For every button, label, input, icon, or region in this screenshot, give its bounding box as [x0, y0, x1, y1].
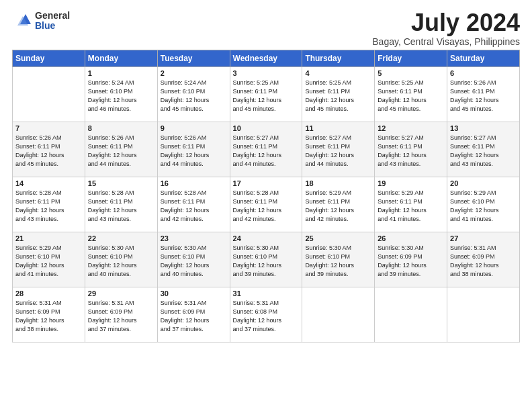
calendar-cell: 2Sunrise: 5:24 AM Sunset: 6:10 PM Daylig…	[157, 67, 230, 122]
day-detail: Sunrise: 5:28 AM Sunset: 6:11 PM Dayligh…	[233, 189, 300, 224]
day-number: 17	[233, 179, 300, 187]
day-detail: Sunrise: 5:25 AM Sunset: 6:11 PM Dayligh…	[305, 79, 371, 113]
day-number: 14	[15, 179, 82, 187]
calendar-cell: 3Sunrise: 5:25 AM Sunset: 6:11 PM Daylig…	[230, 67, 302, 122]
day-detail: Sunrise: 5:30 AM Sunset: 6:10 PM Dayligh…	[305, 244, 371, 279]
day-number: 5	[378, 69, 444, 77]
day-detail: Sunrise: 5:31 AM Sunset: 6:09 PM Dayligh…	[450, 244, 517, 279]
logo-icon	[12, 11, 32, 31]
calendar-week-row: 14Sunrise: 5:28 AM Sunset: 6:11 PM Dayli…	[13, 177, 520, 232]
day-number: 30	[161, 289, 227, 298]
day-number: 27	[450, 234, 517, 242]
day-detail: Sunrise: 5:28 AM Sunset: 6:11 PM Dayligh…	[161, 189, 227, 224]
calendar-cell: 12Sunrise: 5:27 AM Sunset: 6:11 PM Dayli…	[375, 122, 447, 177]
day-number: 18	[305, 179, 371, 187]
calendar-cell: 4Sunrise: 5:25 AM Sunset: 6:11 PM Daylig…	[302, 67, 375, 122]
day-number: 21	[15, 234, 82, 242]
calendar-page: General Blue July 2024 Bagay, Central Vi…	[0, 0, 532, 349]
day-number: 1	[88, 69, 154, 77]
day-detail: Sunrise: 5:27 AM Sunset: 6:11 PM Dayligh…	[305, 134, 371, 169]
day-detail: Sunrise: 5:26 AM Sunset: 6:11 PM Dayligh…	[15, 134, 82, 169]
day-number: 25	[305, 234, 371, 242]
day-detail: Sunrise: 5:31 AM Sunset: 6:09 PM Dayligh…	[15, 299, 82, 334]
logo-general-text: General	[35, 11, 70, 21]
calendar-week-row: 7Sunrise: 5:26 AM Sunset: 6:11 PM Daylig…	[13, 122, 520, 177]
calendar-cell: 28Sunrise: 5:31 AM Sunset: 6:09 PM Dayli…	[13, 287, 85, 342]
day-number: 4	[305, 69, 371, 77]
day-number: 24	[233, 234, 300, 242]
calendar-cell: 24Sunrise: 5:30 AM Sunset: 6:10 PM Dayli…	[230, 232, 302, 287]
day-detail: Sunrise: 5:31 AM Sunset: 6:09 PM Dayligh…	[161, 299, 227, 334]
calendar-cell	[13, 67, 85, 122]
day-number: 10	[233, 124, 300, 132]
day-detail: Sunrise: 5:30 AM Sunset: 6:09 PM Dayligh…	[378, 244, 444, 279]
day-detail: Sunrise: 5:31 AM Sunset: 6:08 PM Dayligh…	[233, 299, 300, 334]
calendar-cell: 16Sunrise: 5:28 AM Sunset: 6:11 PM Dayli…	[157, 177, 230, 232]
logo-text: General Blue	[35, 11, 70, 32]
weekday-header: Monday	[85, 50, 157, 67]
calendar-week-row: 28Sunrise: 5:31 AM Sunset: 6:09 PM Dayli…	[13, 287, 520, 342]
weekday-header: Wednesday	[230, 50, 302, 67]
calendar-table: SundayMondayTuesdayWednesdayThursdayFrid…	[12, 50, 520, 342]
logo: General Blue	[12, 11, 70, 32]
day-number: 13	[450, 124, 517, 132]
day-number: 3	[233, 69, 300, 77]
day-detail: Sunrise: 5:24 AM Sunset: 6:10 PM Dayligh…	[161, 79, 227, 113]
day-number: 2	[161, 69, 227, 77]
day-number: 23	[161, 234, 227, 242]
day-number: 29	[88, 289, 154, 298]
day-number: 8	[88, 124, 154, 132]
day-detail: Sunrise: 5:28 AM Sunset: 6:11 PM Dayligh…	[88, 189, 154, 224]
day-detail: Sunrise: 5:25 AM Sunset: 6:11 PM Dayligh…	[378, 79, 444, 113]
calendar-cell: 13Sunrise: 5:27 AM Sunset: 6:11 PM Dayli…	[447, 122, 520, 177]
calendar-cell	[302, 287, 375, 342]
logo-blue-text: Blue	[35, 21, 70, 31]
day-detail: Sunrise: 5:27 AM Sunset: 6:11 PM Dayligh…	[450, 134, 517, 169]
calendar-cell: 18Sunrise: 5:29 AM Sunset: 6:11 PM Dayli…	[302, 177, 375, 232]
header-row: SundayMondayTuesdayWednesdayThursdayFrid…	[13, 50, 520, 67]
day-number: 15	[88, 179, 154, 187]
day-detail: Sunrise: 5:25 AM Sunset: 6:11 PM Dayligh…	[233, 79, 300, 113]
calendar-cell: 23Sunrise: 5:30 AM Sunset: 6:10 PM Dayli…	[157, 232, 230, 287]
day-detail: Sunrise: 5:26 AM Sunset: 6:11 PM Dayligh…	[161, 134, 227, 169]
day-number: 20	[450, 179, 517, 187]
calendar-cell: 5Sunrise: 5:25 AM Sunset: 6:11 PM Daylig…	[375, 67, 447, 122]
calendar-cell: 31Sunrise: 5:31 AM Sunset: 6:08 PM Dayli…	[230, 287, 302, 342]
day-detail: Sunrise: 5:26 AM Sunset: 6:11 PM Dayligh…	[450, 79, 517, 113]
day-number: 6	[450, 69, 517, 77]
day-detail: Sunrise: 5:30 AM Sunset: 6:10 PM Dayligh…	[233, 244, 300, 279]
day-detail: Sunrise: 5:30 AM Sunset: 6:10 PM Dayligh…	[88, 244, 154, 279]
weekday-header: Tuesday	[157, 50, 230, 67]
weekday-header: Saturday	[447, 50, 520, 67]
weekday-header: Friday	[375, 50, 447, 67]
calendar-cell: 15Sunrise: 5:28 AM Sunset: 6:11 PM Dayli…	[85, 177, 157, 232]
day-detail: Sunrise: 5:26 AM Sunset: 6:11 PM Dayligh…	[88, 134, 154, 169]
calendar-cell: 22Sunrise: 5:30 AM Sunset: 6:10 PM Dayli…	[85, 232, 157, 287]
day-detail: Sunrise: 5:29 AM Sunset: 6:11 PM Dayligh…	[305, 189, 371, 224]
calendar-week-row: 21Sunrise: 5:29 AM Sunset: 6:10 PM Dayli…	[13, 232, 520, 287]
calendar-cell: 25Sunrise: 5:30 AM Sunset: 6:10 PM Dayli…	[302, 232, 375, 287]
calendar-cell: 26Sunrise: 5:30 AM Sunset: 6:09 PM Dayli…	[375, 232, 447, 287]
day-detail: Sunrise: 5:27 AM Sunset: 6:11 PM Dayligh…	[233, 134, 300, 169]
header: General Blue July 2024 Bagay, Central Vi…	[12, 11, 520, 47]
day-detail: Sunrise: 5:27 AM Sunset: 6:11 PM Dayligh…	[378, 134, 444, 169]
day-detail: Sunrise: 5:29 AM Sunset: 6:10 PM Dayligh…	[15, 244, 82, 279]
calendar-cell: 21Sunrise: 5:29 AM Sunset: 6:10 PM Dayli…	[13, 232, 85, 287]
day-number: 19	[378, 179, 444, 187]
day-detail: Sunrise: 5:30 AM Sunset: 6:10 PM Dayligh…	[161, 244, 227, 279]
calendar-cell: 14Sunrise: 5:28 AM Sunset: 6:11 PM Dayli…	[13, 177, 85, 232]
calendar-title: July 2024	[372, 11, 520, 35]
day-number: 22	[88, 234, 154, 242]
day-number: 28	[15, 289, 82, 298]
calendar-cell: 8Sunrise: 5:26 AM Sunset: 6:11 PM Daylig…	[85, 122, 157, 177]
calendar-cell: 27Sunrise: 5:31 AM Sunset: 6:09 PM Dayli…	[447, 232, 520, 287]
day-detail: Sunrise: 5:24 AM Sunset: 6:10 PM Dayligh…	[88, 79, 154, 113]
calendar-week-row: 1Sunrise: 5:24 AM Sunset: 6:10 PM Daylig…	[13, 67, 520, 122]
calendar-cell: 29Sunrise: 5:31 AM Sunset: 6:09 PM Dayli…	[85, 287, 157, 342]
day-detail: Sunrise: 5:29 AM Sunset: 6:10 PM Dayligh…	[450, 189, 517, 224]
calendar-cell: 9Sunrise: 5:26 AM Sunset: 6:11 PM Daylig…	[157, 122, 230, 177]
calendar-cell: 19Sunrise: 5:29 AM Sunset: 6:11 PM Dayli…	[375, 177, 447, 232]
day-number: 9	[161, 124, 227, 132]
calendar-subtitle: Bagay, Central Visayas, Philippines	[372, 36, 520, 47]
day-number: 31	[233, 289, 300, 298]
